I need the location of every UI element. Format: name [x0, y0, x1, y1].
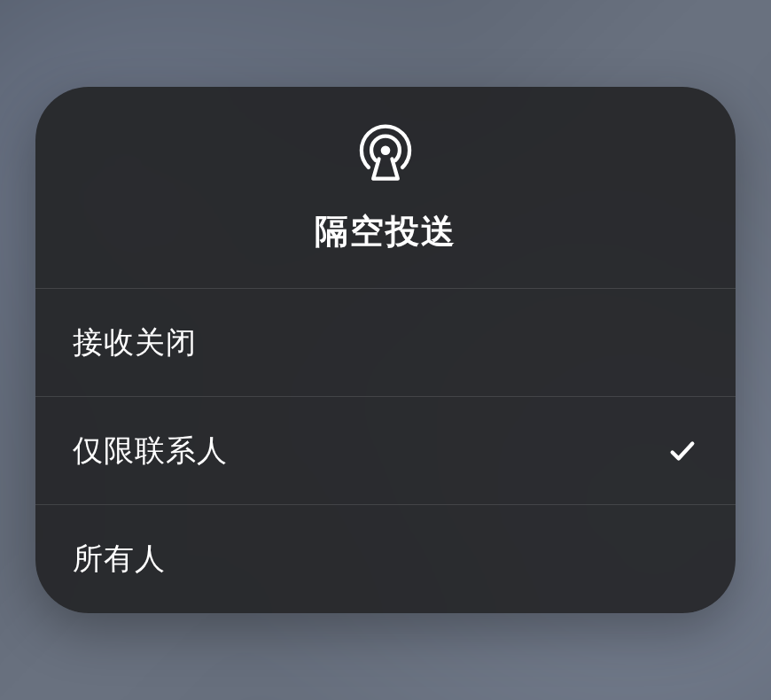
option-everyone[interactable]: 所有人 — [35, 505, 736, 613]
airdrop-icon — [355, 124, 416, 184]
svg-point-0 — [381, 145, 391, 155]
panel-header: 隔空投送 — [35, 87, 736, 289]
option-label: 接收关闭 — [73, 323, 197, 363]
option-label: 仅限联系人 — [73, 431, 228, 471]
airdrop-settings-panel: 隔空投送 接收关闭 仅限联系人 所有人 — [35, 87, 736, 613]
option-contacts-only[interactable]: 仅限联系人 — [35, 397, 736, 505]
option-receiving-off[interactable]: 接收关闭 — [35, 289, 736, 397]
option-label: 所有人 — [73, 539, 166, 579]
checkmark-icon — [666, 435, 698, 467]
options-list: 接收关闭 仅限联系人 所有人 — [35, 289, 736, 613]
panel-title: 隔空投送 — [315, 209, 456, 254]
